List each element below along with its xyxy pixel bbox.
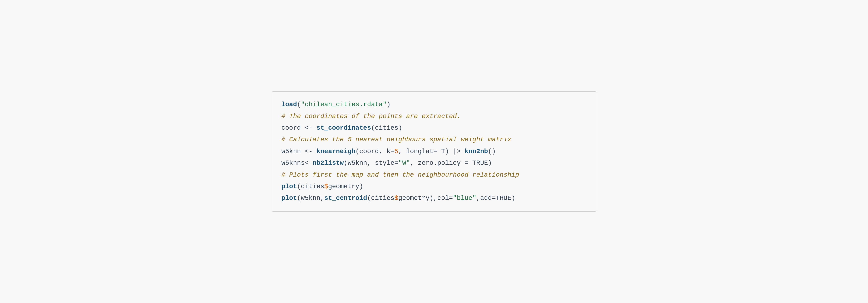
keyword-plot-1: plot: [281, 183, 297, 190]
keyword-knn2nb: knn2nb: [465, 148, 488, 155]
code-line-6: w5knns<-nb2listw(w5knn, style="W", zero.…: [281, 157, 587, 169]
keyword-st-coordinates: st_coordinates: [316, 124, 371, 132]
code-line-9: plot(w5knn,st_centroid(cities$geometry),…: [281, 192, 587, 204]
dollar-sign-2: $: [394, 194, 398, 202]
comment-line-7: # Plots first the map and then the neigh…: [281, 169, 587, 181]
string-w: "W": [398, 159, 410, 167]
keyword-st-centroid: st_centroid: [324, 194, 367, 202]
comment-line-4: # Calculates the 5 nearest neighbours sp…: [281, 134, 587, 145]
keyword-nb2listw: nb2listw: [312, 159, 344, 167]
comment-line-2: # The coordinates of the points are extr…: [281, 111, 587, 122]
code-line-5: w5knn <- knearneigh(coord, k=5, longlat=…: [281, 146, 587, 157]
string-filename: "chilean_cities.rdata": [301, 101, 387, 108]
code-line-8: plot(cities$geometry): [281, 181, 587, 192]
string-blue: "blue": [453, 194, 476, 202]
code-block: load("chilean_cities.rdata") # The coord…: [272, 91, 596, 212]
code-line-1: load("chilean_cities.rdata"): [281, 99, 587, 110]
dollar-sign-1: $: [324, 183, 328, 190]
keyword-load: load: [281, 101, 297, 108]
keyword-plot-2: plot: [281, 194, 297, 202]
code-line-3: coord <- st_coordinates(cities): [281, 122, 587, 134]
number-5: 5: [394, 148, 398, 155]
keyword-knearneigh: knearneigh: [316, 148, 355, 155]
